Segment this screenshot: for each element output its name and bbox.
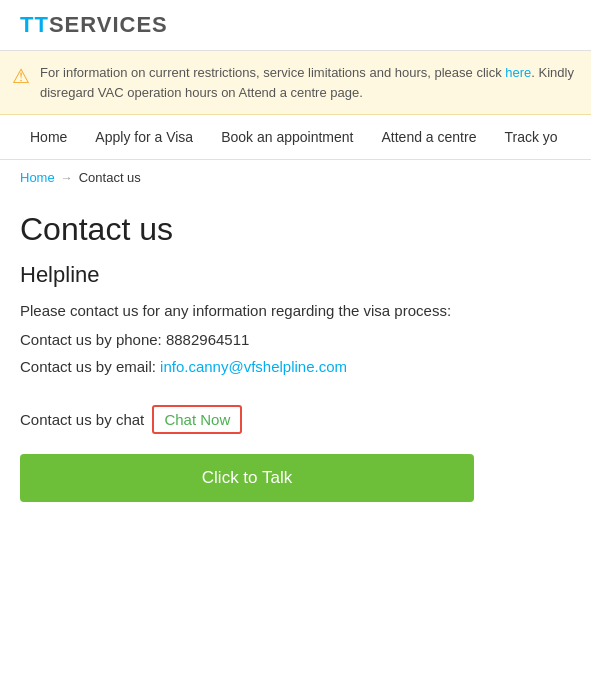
contact-phone: Contact us by phone: 8882964511	[20, 331, 571, 348]
contact-description: Please contact us for any information re…	[20, 302, 571, 319]
breadcrumb-current: Contact us	[79, 170, 141, 185]
nav-home[interactable]: Home	[16, 115, 81, 159]
helpline-title: Helpline	[20, 262, 571, 288]
chat-section: Contact us by chat Chat Now	[20, 405, 571, 434]
alert-text: For information on current restrictions,…	[40, 63, 575, 102]
phone-number: 8882964511	[166, 331, 249, 348]
main-nav: Home Apply for a Visa Book an appointmen…	[0, 115, 591, 160]
alert-message-start: For information on current restrictions,…	[40, 65, 505, 80]
logo-services: SERVICES	[49, 12, 168, 37]
breadcrumb: Home → Contact us	[0, 160, 591, 195]
email-label: Contact us by email:	[20, 358, 160, 375]
nav-book[interactable]: Book an appointment	[207, 115, 367, 159]
contact-email: Contact us by email: info.canny@vfshelpl…	[20, 358, 571, 375]
breadcrumb-separator: →	[61, 171, 73, 185]
logo-tt: TT	[20, 12, 49, 37]
breadcrumb-home[interactable]: Home	[20, 170, 55, 185]
main-content: Contact us Helpline Please contact us fo…	[0, 195, 591, 542]
chat-label: Contact us by chat	[20, 411, 144, 428]
page-title: Contact us	[20, 211, 571, 248]
nav-apply[interactable]: Apply for a Visa	[81, 115, 207, 159]
click-to-talk-button[interactable]: Click to Talk	[20, 454, 474, 502]
phone-label: Contact us by phone:	[20, 331, 166, 348]
chat-now-button[interactable]: Chat Now	[152, 405, 242, 434]
alert-banner: ⚠ For information on current restriction…	[0, 51, 591, 115]
warning-icon: ⚠	[12, 64, 30, 88]
nav-attend[interactable]: Attend a centre	[367, 115, 490, 159]
nav-track[interactable]: Track yo	[490, 115, 571, 159]
header: TTSERVICES	[0, 0, 591, 51]
logo: TTSERVICES	[20, 12, 168, 38]
alert-link[interactable]: here	[505, 65, 531, 80]
email-address[interactable]: info.canny@vfshelpline.com	[160, 358, 347, 375]
